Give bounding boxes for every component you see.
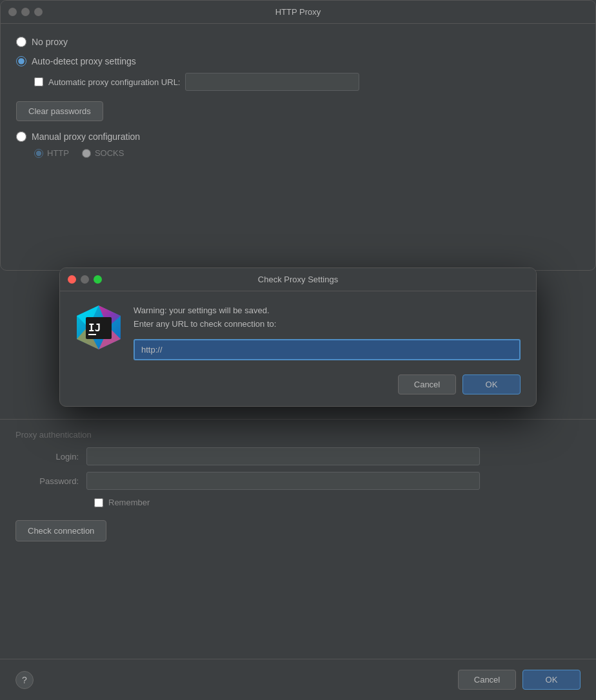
titlebar-http-proxy: HTTP Proxy <box>1 1 595 24</box>
dialog-body: IJ Warning: your settings will be saved.… <box>60 291 536 368</box>
manual-proxy-row[interactable]: Manual proxy configuration <box>16 131 580 142</box>
http-socks-row: HTTP SOCKS <box>34 148 580 158</box>
close-btn-red[interactable] <box>68 275 76 284</box>
http-label: HTTP <box>47 148 69 158</box>
manual-proxy-radio[interactable] <box>16 131 26 142</box>
main-ok-button[interactable]: OK <box>522 670 581 690</box>
socks-label: SOCKS <box>95 148 124 158</box>
main-cancel-button[interactable]: Cancel <box>458 670 516 690</box>
login-input[interactable] <box>86 447 480 465</box>
minimize-btn-yellow[interactable] <box>81 275 89 284</box>
auto-config-url-input[interactable] <box>185 73 359 91</box>
window-controls-check-proxy <box>68 275 102 284</box>
no-proxy-label: No proxy <box>32 37 68 47</box>
password-input[interactable] <box>86 472 480 490</box>
window-controls-http-proxy <box>8 8 43 16</box>
minimize-btn-gray[interactable] <box>21 8 30 16</box>
clear-passwords-button[interactable]: Clear passwords <box>16 101 103 121</box>
auto-config-url-checkbox[interactable] <box>34 77 43 86</box>
dialog-cancel-button[interactable]: Cancel <box>398 374 456 394</box>
dialog-warning-text: Warning: your settings will be saved. En… <box>134 304 521 331</box>
auto-config-url-row: Automatic proxy configuration URL: <box>34 73 580 91</box>
remember-label: Remember <box>108 498 150 507</box>
auto-detect-row[interactable]: Auto-detect proxy settings <box>16 56 580 66</box>
socks-radio[interactable] <box>82 149 91 158</box>
password-row: Password: <box>15 472 581 490</box>
titlebar-check-proxy: Check Proxy Settings <box>60 268 536 291</box>
svg-text:IJ: IJ <box>88 322 101 334</box>
svg-rect-7 <box>88 334 96 335</box>
close-btn-gray[interactable] <box>8 8 17 16</box>
dialog-button-row: Cancel OK <box>60 368 536 406</box>
maximize-btn-green[interactable] <box>94 275 102 284</box>
remember-checkbox[interactable] <box>94 498 103 507</box>
password-label: Password: <box>15 476 86 486</box>
dialog-ok-button[interactable]: OK <box>462 374 521 394</box>
maximize-btn-gray[interactable] <box>34 8 43 16</box>
login-row: Login: <box>15 447 581 465</box>
http-proxy-title: HTTP Proxy <box>275 7 321 17</box>
auto-detect-label: Auto-detect proxy settings <box>32 56 136 66</box>
remember-row[interactable]: Remember <box>94 498 581 507</box>
check-proxy-url-input[interactable] <box>134 339 521 360</box>
http-proxy-window: HTTP Proxy No proxy Auto-detect proxy se… <box>0 0 596 271</box>
check-proxy-dialog-title: Check Proxy Settings <box>258 275 338 284</box>
no-proxy-radio[interactable] <box>16 37 26 47</box>
footer-bar: ? Cancel OK <box>0 659 596 700</box>
no-proxy-row[interactable]: No proxy <box>16 37 580 47</box>
ij-logo: IJ <box>75 304 122 351</box>
http-radio[interactable] <box>34 149 43 158</box>
login-label: Login: <box>15 452 86 462</box>
check-proxy-dialog: Check Proxy Settings <box>59 267 537 407</box>
check-connection-button[interactable]: Check connection <box>15 520 106 541</box>
help-button[interactable]: ? <box>15 671 34 689</box>
dialog-right-content: Warning: your settings will be saved. En… <box>134 304 521 360</box>
http-proxy-bottom: Proxy authentication Login: Password: Re… <box>0 419 596 700</box>
auto-config-url-label: Automatic proxy configuration URL: <box>48 77 180 87</box>
proxy-auth-label: Proxy authentication <box>15 430 581 440</box>
manual-proxy-label: Manual proxy configuration <box>32 131 140 142</box>
auto-detect-radio[interactable] <box>16 56 26 66</box>
